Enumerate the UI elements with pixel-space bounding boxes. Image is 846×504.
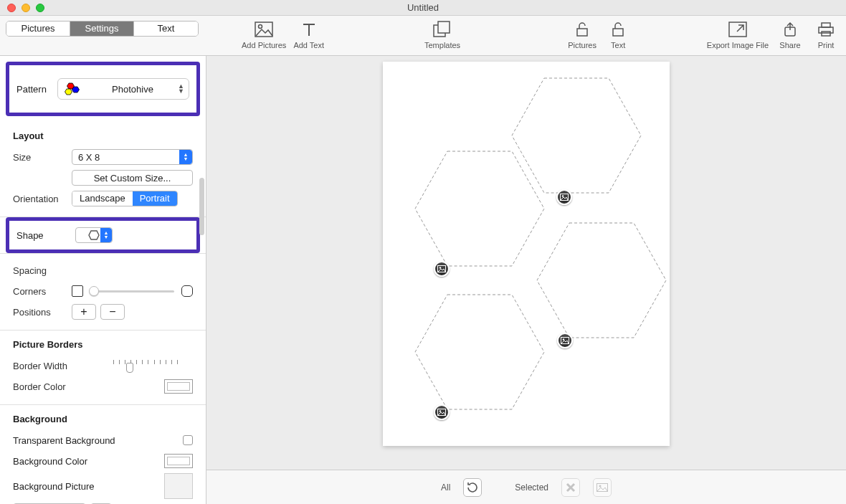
print-label: Print <box>818 41 835 49</box>
settings-sidebar: Pattern Photohive ▲▼ Layout Size <box>0 56 206 504</box>
tab-text[interactable]: Text <box>134 22 198 36</box>
image-icon <box>597 483 608 492</box>
add-picture-badge[interactable] <box>434 261 450 277</box>
svg-rect-5 <box>613 29 623 36</box>
svg-point-1 <box>259 25 262 29</box>
photohive-icon <box>64 82 82 96</box>
svg-point-16 <box>562 195 564 196</box>
main-area: Pattern Photohive ▲▼ Layout Size <box>0 56 846 504</box>
delete-selected-button[interactable] <box>561 478 580 497</box>
image-icon <box>437 265 446 272</box>
share-label: Share <box>779 41 800 49</box>
add-text-button[interactable]: Add Text <box>293 19 324 49</box>
print-button[interactable]: Print <box>812 19 840 49</box>
sidebar-tab-segmented: Pictures Settings Text <box>6 21 199 37</box>
canvas-page[interactable] <box>383 62 670 446</box>
templates-label: Templates <box>424 41 460 49</box>
add-picture-badge[interactable] <box>557 333 573 348</box>
window-title: Untitled <box>0 2 846 13</box>
corner-round-icon <box>181 285 193 297</box>
unlock-icon <box>575 19 589 39</box>
rotate-icon <box>466 481 479 494</box>
lock-text-label: Text <box>611 41 625 49</box>
layout-section: Layout Size 6 X 8 ▲▼ Set Custom Size... … <box>0 122 206 217</box>
positions-remove-button[interactable]: − <box>100 304 125 320</box>
shape-label: Shape <box>16 230 75 241</box>
sidebar-scrollbar[interactable] <box>199 178 204 235</box>
bg-color-label: Background Color <box>13 456 164 467</box>
hex-slot-4[interactable] <box>412 291 548 413</box>
positions-add-button[interactable]: + <box>72 304 96 320</box>
unlock-icon <box>611 19 625 39</box>
svg-marker-12 <box>65 89 72 95</box>
add-picture-badge[interactable] <box>434 404 450 420</box>
share-icon <box>783 19 797 39</box>
tab-pictures[interactable]: Pictures <box>6 22 70 36</box>
share-button[interactable]: Share <box>776 19 804 49</box>
canvas-area: All Selected <box>206 56 846 504</box>
svg-point-18 <box>439 267 441 268</box>
corner-square-icon <box>72 285 83 297</box>
pattern-value: Photohive <box>82 84 183 95</box>
dropdown-arrows-icon: ▲▼ <box>178 84 184 94</box>
add-pictures-button[interactable]: Add Pictures <box>242 19 286 49</box>
hexagon-icon <box>88 230 100 240</box>
shape-select[interactable]: ▲▼ <box>75 227 113 243</box>
svg-rect-8 <box>819 27 833 33</box>
x-icon <box>566 482 576 493</box>
svg-rect-4 <box>577 29 587 36</box>
size-value: 6 X 8 <box>78 152 100 163</box>
transparent-bg-checkbox[interactable] <box>183 435 193 445</box>
orientation-label: Orientation <box>13 194 72 204</box>
background-section: Background Transparent Background Backgr… <box>0 405 206 504</box>
image-icon <box>560 194 569 201</box>
svg-point-20 <box>563 338 564 340</box>
add-picture-badge[interactable] <box>556 189 572 205</box>
positions-label: Positions <box>13 307 72 318</box>
select-arrows-icon: ▲▼ <box>179 150 192 164</box>
spacing-label: Spacing <box>13 265 72 276</box>
toolbar: Pictures Settings Text Add Pictures Add … <box>0 16 846 56</box>
svg-rect-9 <box>822 23 830 27</box>
orientation-landscape[interactable]: Landscape <box>72 191 133 206</box>
svg-rect-10 <box>822 32 830 36</box>
pattern-dropdown[interactable]: Photohive ▲▼ <box>57 78 189 100</box>
orientation-segmented: Landscape Portrait <box>72 191 178 206</box>
orientation-portrait[interactable]: Portrait <box>133 191 177 206</box>
border-width-slider[interactable] <box>113 358 178 373</box>
set-custom-size-button[interactable]: Set Custom Size... <box>72 170 193 186</box>
border-color-well[interactable] <box>164 379 193 394</box>
lock-pictures-button[interactable]: Pictures <box>568 19 597 49</box>
svg-marker-14 <box>89 231 99 239</box>
bg-picture-well[interactable] <box>164 473 193 499</box>
picture-icon <box>255 19 273 39</box>
bg-color-well[interactable] <box>164 454 193 468</box>
background-heading: Background <box>13 414 193 424</box>
templates-button[interactable]: Templates <box>424 19 460 49</box>
hex-slot-2[interactable] <box>412 148 548 270</box>
export-icon <box>728 19 747 39</box>
size-select[interactable]: 6 X 8 ▲▼ <box>72 149 193 165</box>
lock-text-button[interactable]: Text <box>604 19 632 49</box>
svg-point-24 <box>599 485 602 487</box>
settings-scroll[interactable]: Layout Size 6 X 8 ▲▼ Set Custom Size... … <box>0 122 206 504</box>
image-icon <box>561 337 569 344</box>
borders-heading: Picture Borders <box>13 339 193 350</box>
corners-slider[interactable] <box>90 290 174 293</box>
footer-all-label: All <box>441 482 450 493</box>
replace-picture-button[interactable] <box>593 478 612 497</box>
tab-settings[interactable]: Settings <box>70 22 134 36</box>
size-label: Size <box>13 152 72 163</box>
transparent-bg-label: Transparent Background <box>13 435 183 446</box>
hex-slot-3[interactable] <box>533 219 670 341</box>
lock-pictures-label: Pictures <box>568 41 597 49</box>
svg-rect-3 <box>438 22 450 33</box>
add-text-label: Add Text <box>293 41 324 49</box>
borders-section: Picture Borders Border Width Border Colo… <box>0 331 206 405</box>
canvas-footer: All Selected <box>206 470 846 504</box>
pattern-row-highlight: Pattern Photohive ▲▼ <box>6 62 200 116</box>
export-button[interactable]: Export Image File <box>707 19 769 49</box>
svg-point-22 <box>439 410 441 412</box>
corners-label: Corners <box>13 286 72 297</box>
rotate-all-button[interactable] <box>463 478 482 497</box>
